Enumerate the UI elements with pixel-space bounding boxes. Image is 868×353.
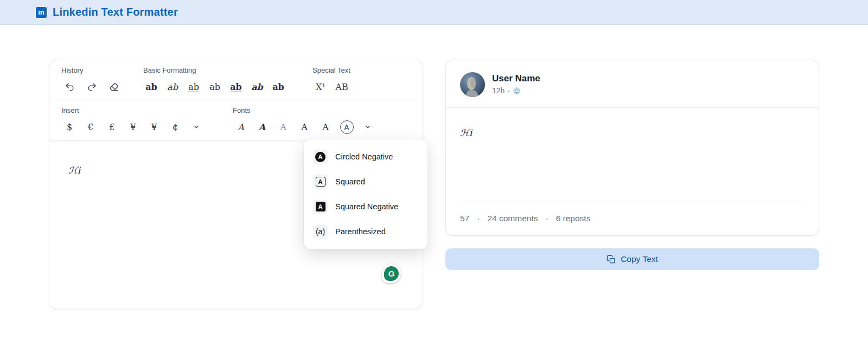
special-text-group: Special Text X¹ AB [312, 66, 411, 95]
insert-pound-button[interactable]: £ [104, 119, 120, 134]
insert-yen-button[interactable]: ¥ [125, 119, 141, 134]
app-root: in Linkedin Text Formatter History [0, 0, 868, 353]
post-content: ℋi [446, 108, 819, 203]
fonts-label: Fonts [233, 106, 411, 114]
redo-button[interactable] [84, 79, 100, 94]
bold-button[interactable]: ab [143, 79, 159, 94]
circled-negative-icon: A [315, 152, 326, 162]
fullwidth-button[interactable]: AB [334, 79, 350, 94]
meta-separator: · [507, 86, 510, 95]
strikethrough-button[interactable]: ab [207, 79, 223, 94]
toolbar-row-1: History [49, 60, 423, 100]
menu-item-circled-negative[interactable]: A Circled Negative [304, 144, 427, 169]
post-stats: 57 · 24 comments · 6 reposts [446, 203, 819, 235]
insert-group: Insert $ € £ ¥ ¥ ¢ [61, 106, 233, 135]
insert-dollar-button[interactable]: $ [61, 119, 78, 134]
menu-item-label: Squared Negative [335, 202, 398, 211]
bold-underline-button[interactable]: ab [228, 79, 244, 94]
post-author-block: User Name 12h · [492, 72, 540, 97]
post-author-name: User Name [492, 73, 540, 84]
menu-icon-tile: A [313, 150, 328, 164]
special-text-label: Special Text [312, 66, 411, 74]
chevron-down-icon [364, 123, 372, 131]
copy-text-label: Copy Text [621, 254, 658, 264]
basic-formatting-label: Basic Formatting [143, 66, 312, 74]
globe-icon [513, 87, 521, 95]
insert-euro-button[interactable]: € [82, 119, 99, 134]
menu-item-label: Parenthesized [335, 227, 386, 236]
menu-icon-tile: A [313, 200, 328, 214]
font-script-button[interactable]: A [233, 119, 249, 134]
menu-item-squared[interactable]: A Squared [304, 169, 427, 194]
post-text: ℋi [460, 127, 805, 138]
avatar-image [460, 72, 485, 97]
history-label: History [61, 66, 143, 74]
font-fraktur-button[interactable]: A [254, 119, 270, 134]
font-circled-button[interactable]: A [339, 119, 355, 134]
font-serif-button[interactable]: A [296, 119, 312, 134]
toolbar-row-2: Insert $ € £ ¥ ¥ ¢ [49, 100, 423, 140]
linkedin-logo-icon: in [35, 6, 48, 19]
menu-icon-tile: (a) [313, 224, 328, 239]
superscript-button[interactable]: X¹ [312, 79, 329, 94]
insert-cent-button[interactable]: ¢ [167, 119, 183, 134]
undo-button[interactable] [61, 79, 78, 94]
stats-separator: · [545, 214, 548, 223]
italic-button[interactable]: ab [164, 79, 181, 94]
bold-italic-button[interactable]: ab [249, 79, 265, 94]
fonts-more-button[interactable] [360, 119, 376, 134]
font-double-struck-button[interactable]: A [275, 119, 291, 134]
insert-more-button[interactable] [188, 119, 205, 134]
eraser-icon [109, 82, 119, 92]
redo-icon [87, 82, 97, 92]
fonts-group: Fonts A A A A A A [233, 106, 411, 135]
post-meta: 12h · [492, 86, 540, 95]
basic-formatting-group: Basic Formatting ab ab ab ab ab ab ab [143, 66, 312, 95]
squared-icon: A [316, 177, 326, 187]
stats-separator: · [477, 214, 480, 223]
menu-item-parenthesized[interactable]: (a) Parenthesized [304, 219, 427, 244]
underline-button[interactable]: ab [186, 79, 202, 94]
circled-a-icon: A [340, 120, 354, 134]
copy-icon [607, 255, 616, 264]
app-header: in Linkedin Text Formatter [0, 0, 868, 25]
clear-formatting-button[interactable] [106, 79, 122, 94]
avatar [460, 72, 485, 97]
bold-strikethrough-button[interactable]: ab [270, 79, 286, 94]
reposts-count: 6 reposts [556, 214, 591, 223]
copy-text-button[interactable]: Copy Text [445, 248, 819, 270]
page-title: Linkedin Text Formatter [53, 6, 178, 18]
insert-yuan-button[interactable]: ¥ [146, 119, 162, 134]
history-group: History [61, 66, 143, 95]
reactions-count: 57 [460, 214, 469, 223]
post-timestamp: 12h [492, 86, 505, 95]
parenthesized-icon: (a) [316, 227, 325, 236]
undo-icon [65, 82, 75, 92]
font-style-dropdown: A Circled Negative A Squared A Squared N… [304, 139, 427, 249]
grammarly-icon: G [384, 266, 399, 281]
menu-item-label: Circled Negative [335, 152, 393, 161]
menu-item-squared-negative[interactable]: A Squared Negative [304, 194, 427, 219]
post-preview-card: User Name 12h · ℋi 57 · 24 comme [445, 60, 819, 236]
grammarly-button[interactable]: G [382, 264, 401, 283]
chevron-down-icon [193, 123, 200, 131]
comments-count: 24 comments [487, 214, 538, 223]
insert-label: Insert [61, 106, 233, 114]
menu-item-label: Squared [335, 177, 365, 186]
formatting-toolbar: History [49, 60, 423, 140]
font-sans-button[interactable]: A [317, 119, 334, 134]
post-header: User Name 12h · [446, 60, 819, 108]
menu-icon-tile: A [313, 175, 328, 189]
squared-negative-icon: A [316, 202, 326, 211]
